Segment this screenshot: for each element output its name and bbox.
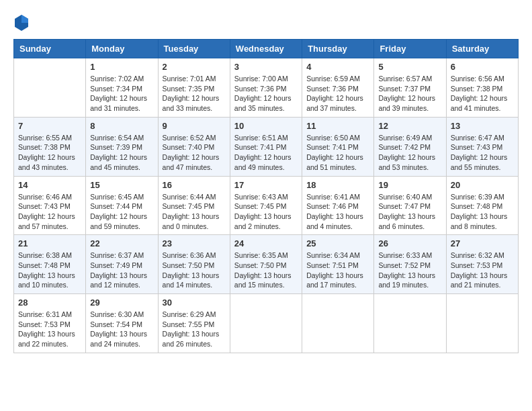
calendar-cell: 1Sunrise: 7:02 AMSunset: 7:34 PMDaylight… (86, 58, 158, 118)
day-info: Sunrise: 6:50 AMSunset: 7:41 PMDaylight:… (306, 133, 369, 173)
calendar-cell: 19Sunrise: 6:40 AMSunset: 7:47 PMDayligh… (374, 176, 446, 235)
calendar-cell: 16Sunrise: 6:44 AMSunset: 7:45 PMDayligh… (158, 176, 230, 235)
calendar-cell (446, 294, 518, 353)
calendar-cell: 9Sunrise: 6:52 AMSunset: 7:40 PMDaylight… (158, 117, 230, 176)
day-info: Sunrise: 6:51 AMSunset: 7:41 PMDaylight:… (234, 133, 298, 173)
day-info: Sunrise: 6:54 AMSunset: 7:39 PMDaylight:… (90, 133, 153, 173)
calendar-cell (374, 294, 446, 353)
day-info: Sunrise: 6:32 AMSunset: 7:53 PMDaylight:… (451, 250, 514, 290)
day-info: Sunrise: 6:29 AMSunset: 7:55 PMDaylight:… (163, 310, 226, 349)
day-info: Sunrise: 6:35 AMSunset: 7:50 PMDaylight:… (234, 250, 298, 290)
weekday-header: Monday (86, 40, 158, 58)
day-number: 4 (306, 62, 369, 72)
calendar-week-row: 14Sunrise: 6:46 AMSunset: 7:43 PMDayligh… (14, 176, 519, 235)
day-number: 29 (90, 298, 153, 308)
day-number: 8 (90, 121, 153, 131)
day-number: 2 (163, 62, 226, 72)
day-info: Sunrise: 6:38 AMSunset: 7:48 PMDaylight:… (18, 250, 81, 290)
day-number: 30 (163, 298, 226, 308)
day-number: 6 (451, 62, 514, 72)
day-info: Sunrise: 6:59 AMSunset: 7:36 PMDaylight:… (306, 74, 369, 113)
day-info: Sunrise: 7:02 AMSunset: 7:34 PMDaylight:… (90, 74, 153, 113)
day-number: 10 (234, 121, 298, 131)
day-number: 19 (378, 180, 441, 190)
calendar-cell: 8Sunrise: 6:54 AMSunset: 7:39 PMDaylight… (86, 117, 158, 176)
day-number: 1 (90, 62, 153, 72)
calendar-cell (14, 58, 86, 118)
calendar-cell: 17Sunrise: 6:43 AMSunset: 7:45 PMDayligh… (230, 176, 302, 235)
calendar-cell: 10Sunrise: 6:51 AMSunset: 7:41 PMDayligh… (230, 117, 302, 176)
calendar-cell: 27Sunrise: 6:32 AMSunset: 7:53 PMDayligh… (446, 235, 518, 294)
day-number: 3 (234, 62, 298, 72)
calendar-cell: 26Sunrise: 6:33 AMSunset: 7:52 PMDayligh… (374, 235, 446, 294)
calendar-cell (230, 294, 302, 353)
calendar-cell: 12Sunrise: 6:49 AMSunset: 7:42 PMDayligh… (374, 117, 446, 176)
day-number: 26 (378, 238, 441, 248)
day-info: Sunrise: 6:55 AMSunset: 7:38 PMDaylight:… (18, 133, 81, 173)
day-number: 12 (378, 121, 441, 131)
calendar-cell: 11Sunrise: 6:50 AMSunset: 7:41 PMDayligh… (302, 117, 374, 176)
calendar-cell: 18Sunrise: 6:41 AMSunset: 7:46 PMDayligh… (302, 176, 374, 235)
calendar-cell: 20Sunrise: 6:39 AMSunset: 7:48 PMDayligh… (446, 176, 518, 235)
calendar-cell: 22Sunrise: 6:37 AMSunset: 7:49 PMDayligh… (86, 235, 158, 294)
day-info: Sunrise: 6:46 AMSunset: 7:43 PMDaylight:… (18, 192, 81, 232)
weekday-header: Tuesday (158, 40, 230, 58)
calendar-week-row: 21Sunrise: 6:38 AMSunset: 7:48 PMDayligh… (14, 235, 519, 294)
calendar-cell (302, 294, 374, 353)
calendar: SundayMondayTuesdayWednesdayThursdayFrid… (13, 39, 519, 353)
day-number: 9 (163, 121, 226, 131)
day-info: Sunrise: 6:47 AMSunset: 7:43 PMDaylight:… (451, 133, 514, 173)
calendar-cell: 7Sunrise: 6:55 AMSunset: 7:38 PMDaylight… (14, 117, 86, 176)
svg-marker-1 (21, 15, 28, 23)
logo-icon (13, 13, 30, 32)
day-info: Sunrise: 6:56 AMSunset: 7:38 PMDaylight:… (451, 74, 514, 113)
calendar-cell: 30Sunrise: 6:29 AMSunset: 7:55 PMDayligh… (158, 294, 230, 353)
calendar-week-row: 28Sunrise: 6:31 AMSunset: 7:53 PMDayligh… (14, 294, 519, 353)
day-number: 17 (234, 180, 298, 190)
calendar-cell: 15Sunrise: 6:45 AMSunset: 7:44 PMDayligh… (86, 176, 158, 235)
day-number: 23 (163, 238, 226, 248)
day-number: 15 (90, 180, 153, 190)
calendar-cell: 6Sunrise: 6:56 AMSunset: 7:38 PMDaylight… (446, 58, 518, 118)
day-info: Sunrise: 6:45 AMSunset: 7:44 PMDaylight:… (90, 192, 153, 232)
calendar-cell: 14Sunrise: 6:46 AMSunset: 7:43 PMDayligh… (14, 176, 86, 235)
day-number: 13 (451, 121, 514, 131)
day-number: 7 (18, 121, 81, 131)
calendar-cell: 5Sunrise: 6:57 AMSunset: 7:37 PMDaylight… (374, 58, 446, 118)
weekday-header: Saturday (446, 40, 518, 58)
day-info: Sunrise: 7:00 AMSunset: 7:36 PMDaylight:… (234, 74, 298, 113)
day-number: 5 (378, 62, 441, 72)
calendar-cell: 13Sunrise: 6:47 AMSunset: 7:43 PMDayligh… (446, 117, 518, 176)
calendar-cell: 2Sunrise: 7:01 AMSunset: 7:35 PMDaylight… (158, 58, 230, 118)
weekday-header: Wednesday (230, 40, 302, 58)
day-info: Sunrise: 7:01 AMSunset: 7:35 PMDaylight:… (163, 74, 226, 113)
day-info: Sunrise: 6:49 AMSunset: 7:42 PMDaylight:… (378, 133, 441, 173)
calendar-cell: 24Sunrise: 6:35 AMSunset: 7:50 PMDayligh… (230, 235, 302, 294)
day-number: 24 (234, 238, 298, 248)
day-number: 11 (306, 121, 369, 131)
day-info: Sunrise: 6:39 AMSunset: 7:48 PMDaylight:… (451, 192, 514, 232)
calendar-cell: 28Sunrise: 6:31 AMSunset: 7:53 PMDayligh… (14, 294, 86, 353)
day-info: Sunrise: 6:44 AMSunset: 7:45 PMDaylight:… (163, 192, 226, 232)
day-info: Sunrise: 6:41 AMSunset: 7:46 PMDaylight:… (306, 192, 369, 232)
weekday-header: Sunday (14, 40, 86, 58)
day-info: Sunrise: 6:37 AMSunset: 7:49 PMDaylight:… (90, 250, 153, 290)
day-info: Sunrise: 6:40 AMSunset: 7:47 PMDaylight:… (378, 192, 441, 232)
calendar-cell: 23Sunrise: 6:36 AMSunset: 7:50 PMDayligh… (158, 235, 230, 294)
calendar-week-row: 7Sunrise: 6:55 AMSunset: 7:38 PMDaylight… (14, 117, 519, 176)
calendar-cell: 21Sunrise: 6:38 AMSunset: 7:48 PMDayligh… (14, 235, 86, 294)
calendar-cell: 4Sunrise: 6:59 AMSunset: 7:36 PMDaylight… (302, 58, 374, 118)
weekday-header: Friday (374, 40, 446, 58)
day-number: 22 (90, 238, 153, 248)
day-number: 21 (18, 238, 81, 248)
day-info: Sunrise: 6:31 AMSunset: 7:53 PMDaylight:… (18, 310, 81, 349)
day-number: 20 (451, 180, 514, 190)
calendar-week-row: 1Sunrise: 7:02 AMSunset: 7:34 PMDaylight… (14, 58, 519, 118)
day-number: 25 (306, 238, 369, 248)
page-header (13, 13, 519, 32)
day-number: 27 (451, 238, 514, 248)
day-info: Sunrise: 6:43 AMSunset: 7:45 PMDaylight:… (234, 192, 298, 232)
day-info: Sunrise: 6:52 AMSunset: 7:40 PMDaylight:… (163, 133, 226, 173)
day-number: 14 (18, 180, 81, 190)
logo (13, 13, 32, 32)
